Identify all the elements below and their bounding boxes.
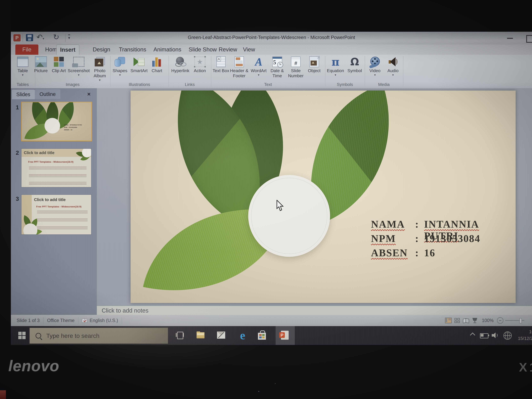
wordart-button[interactable]: A WordArt ▾ <box>249 56 268 77</box>
textbox-icon: A <box>212 56 229 68</box>
headerfooter-button[interactable]: Header & Footer <box>230 56 248 78</box>
powerpoint-taskbar-button[interactable]: P <box>276 326 295 346</box>
text-row: ABSEN : 16 <box>371 247 507 261</box>
textbox-button[interactable]: A Text Box <box>212 56 229 73</box>
tab-outline[interactable]: Outline <box>35 89 60 99</box>
ribbon-tab-row: File Home Insert Design Transitions Anim… <box>11 44 532 55</box>
circle-shape <box>44 118 60 133</box>
action-button[interactable]: ★ Action <box>191 56 209 73</box>
identity-text-block[interactable]: NAMA : INTANNIA PUTRI NPM : 1913053084 A… <box>371 218 507 261</box>
greeked-paragraph <box>29 174 86 177</box>
headerfooter-icon <box>230 56 248 68</box>
normal-view-button[interactable] <box>445 318 452 323</box>
tab-review[interactable]: Review <box>219 44 237 55</box>
minimize-button[interactable] <box>507 38 513 39</box>
group-label-links: Links <box>169 82 211 87</box>
theme-name[interactable]: Office Theme <box>47 318 75 323</box>
audio-icon <box>385 56 401 68</box>
slidenumber-button[interactable]: # Slide Number <box>286 56 305 78</box>
edge-browser-icon[interactable]: e <box>237 330 248 341</box>
zoom-slider[interactable] <box>505 320 524 321</box>
datetime-button[interactable]: 5 Date & Time <box>269 56 286 78</box>
greeked-paragraph <box>37 219 88 222</box>
picture-button[interactable]: Picture <box>32 56 50 73</box>
slide-canvas[interactable]: NAMA : INTANNIA PUTRI NPM : 1913053084 A… <box>131 90 516 303</box>
table-button[interactable]: Table ▾ <box>12 56 33 77</box>
audio-button[interactable]: Audio ▾ <box>385 56 401 77</box>
dropdown-arrow-icon: ▾ <box>68 73 90 77</box>
symbol-button[interactable]: Ω Symbol <box>346 56 363 73</box>
slideshow-view-button[interactable] <box>472 318 478 323</box>
shapes-button[interactable]: Shapes ▾ <box>111 56 129 77</box>
object-button[interactable]: Object <box>306 56 323 73</box>
dropdown-arrow-icon: ▾ <box>385 73 401 77</box>
field-value: 16 <box>424 247 507 259</box>
taskbar-clock[interactable]: 10:51 15/12/2020 <box>515 328 532 342</box>
smartart-button[interactable]: SmartArt <box>129 56 149 73</box>
zoom-slider-knob[interactable] <box>519 318 522 323</box>
chart-button[interactable]: Chart <box>149 56 165 73</box>
notes-placeholder: Click to add notes <box>102 307 148 314</box>
taskbar-search-box[interactable]: Type here to search <box>29 328 168 344</box>
object-icon <box>306 56 323 68</box>
language-indicator[interactable]: English (U.S.) <box>90 318 118 323</box>
slide-sorter-view-button[interactable] <box>455 318 460 323</box>
photoalbum-button[interactable]: Photo Album ▾ <box>90 56 109 82</box>
clipart-button[interactable]: Clip Art <box>51 56 67 73</box>
tab-slides[interactable]: Slides <box>12 89 35 99</box>
dust-speck <box>258 391 259 392</box>
corner-sticker <box>0 390 6 399</box>
notes-pane[interactable]: Click to add notes <box>97 306 532 315</box>
greeked-paragraph <box>37 227 88 230</box>
spellcheck-icon[interactable] <box>82 318 87 323</box>
ribbon-button-label: Audio <box>385 68 401 73</box>
search-placeholder: Type here to search <box>46 332 99 339</box>
text-row: NPM : 1913053084 <box>371 233 507 247</box>
ribbon-button-label: Action <box>191 68 209 73</box>
close-panel-button[interactable]: × <box>84 89 93 99</box>
clock-date: 15/12/2020 <box>515 335 532 342</box>
tray-chevron-icon[interactable] <box>470 332 475 337</box>
greeked-paragraph <box>29 182 86 185</box>
screenshot-button[interactable]: Screenshot ▾ <box>68 56 90 77</box>
picture-icon <box>32 56 50 68</box>
start-button[interactable] <box>18 332 26 339</box>
table-icon <box>12 56 33 68</box>
microsoft-store-icon[interactable] <box>258 330 266 340</box>
group-label-illustrations: Illustrations <box>110 82 169 87</box>
tab-transitions[interactable]: Transitions <box>119 44 146 55</box>
thumbnail-1-text: NAMA : INTANNIA PUTRI NPM : 1913053084 A… <box>64 124 82 131</box>
ribbon-button-label: Screenshot <box>68 68 90 73</box>
reading-view-button[interactable] <box>463 318 469 323</box>
equation-button[interactable]: π Equation ▾ <box>326 56 345 77</box>
tab-view[interactable]: View <box>243 44 255 55</box>
tab-slideshow[interactable]: Slide Show <box>189 44 217 55</box>
slide-thumbnail-1[interactable]: NAMA : INTANNIA PUTRI NPM : 1913053084 A… <box>21 102 92 141</box>
ribbon-button-label: WordArt <box>249 68 268 73</box>
group-label-media: Media <box>365 82 403 87</box>
mail-icon[interactable] <box>217 331 225 339</box>
hyperlink-button[interactable]: Hyperlink <box>170 56 190 73</box>
volume-icon[interactable] <box>492 332 499 339</box>
zoom-out-button[interactable]: − <box>497 317 503 324</box>
maximize-button[interactable] <box>526 35 532 43</box>
slide-thumbnail-3[interactable]: Click to add title Free PPT Templates - … <box>21 194 92 235</box>
zoom-level[interactable]: 100% <box>482 318 494 323</box>
task-view-button[interactable] <box>176 331 184 339</box>
group-separator <box>403 56 403 87</box>
network-globe-icon[interactable] <box>503 331 512 340</box>
ribbon-button-label: Picture <box>32 68 50 73</box>
tab-design[interactable]: Design <box>93 44 110 55</box>
thumbnail-2-subtitle: Free PPT Templates - Widescreen(16:9) <box>28 160 73 163</box>
file-explorer-icon[interactable] <box>196 331 205 339</box>
ribbon-button-label: Header & Footer <box>230 68 248 78</box>
slide-thumbnail-2[interactable]: Click to add title Free PPT Templates - … <box>21 148 92 188</box>
battery-icon[interactable] <box>480 333 488 338</box>
field-colon: : <box>415 233 424 244</box>
symbol-icon: Ω <box>346 56 363 68</box>
tab-animations[interactable]: Animations <box>153 44 181 55</box>
group-label-symbols: Symbols <box>325 82 365 87</box>
slide-1-number: 1 <box>12 104 19 111</box>
video-button[interactable]: Video ▾ <box>366 56 384 77</box>
group-label-tables: Tables <box>12 82 33 87</box>
